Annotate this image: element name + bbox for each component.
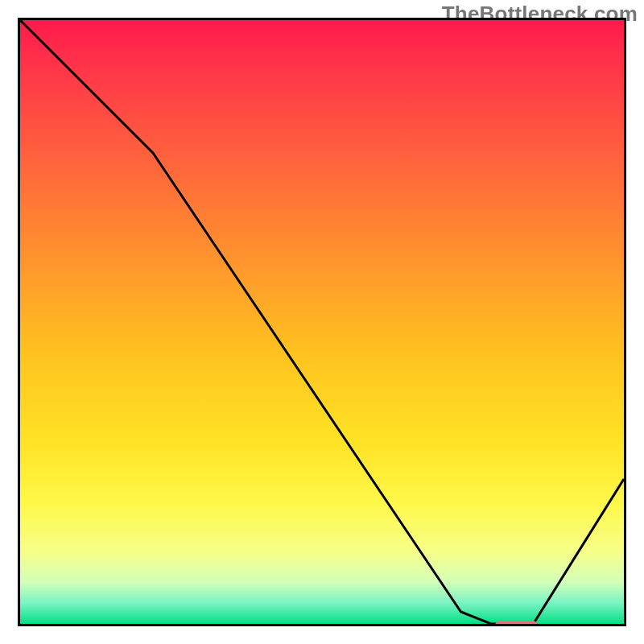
- chart-frame: TheBottleneck.com: [0, 0, 644, 644]
- optimal-band-marker: [495, 621, 538, 626]
- plot-area: [18, 18, 626, 626]
- bottleneck-curve: [20, 20, 624, 624]
- curve-layer: [20, 20, 624, 624]
